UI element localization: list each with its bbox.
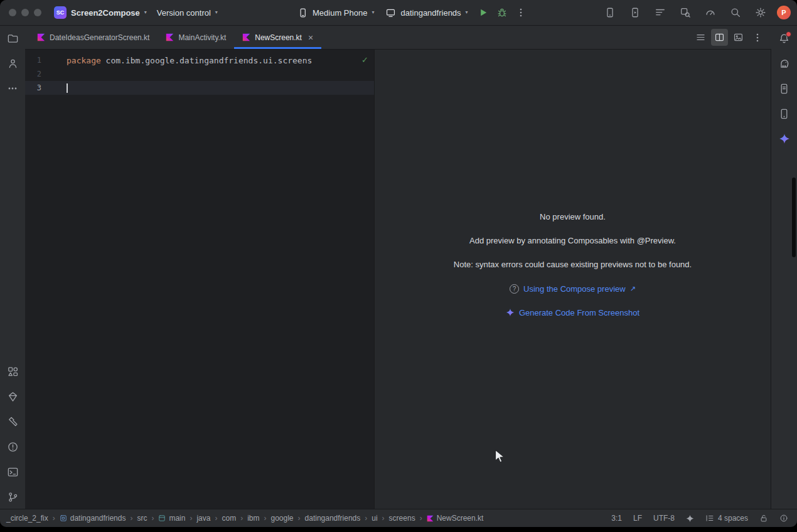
text-caret [67, 83, 68, 93]
project-name: Screen2Compose [71, 8, 140, 18]
code-line[interactable]: 1 package com.ibm.google.datingandfriend… [25, 53, 374, 67]
code-line[interactable]: 3 [25, 81, 374, 95]
structure-icon [7, 58, 19, 70]
window-controls [6, 9, 49, 16]
breadcrumb-item[interactable]: _circle_2_fix [6, 514, 48, 523]
emulator-button[interactable] [776, 105, 793, 122]
ai-sparkle-icon [686, 514, 694, 523]
play-icon [479, 8, 488, 17]
encoding-widget[interactable]: UTF-8 [653, 514, 675, 523]
breadcrumb-item[interactable]: ibm [247, 514, 259, 523]
left-tool-stripe [0, 26, 26, 509]
toolbar-right: P [601, 4, 791, 21]
chevron-right-icon: › [382, 514, 385, 523]
line-number: 1 [25, 56, 41, 65]
kotlin-file-icon [166, 33, 174, 41]
source-root-icon [158, 514, 166, 522]
ide-status-icon [779, 514, 788, 523]
breadcrumb-label: NewScreen.kt [437, 514, 484, 523]
breadcrumb-item[interactable]: com [222, 514, 236, 523]
terminal-button[interactable] [4, 463, 21, 481]
app-inspection-button[interactable] [677, 4, 694, 21]
readonly-toggle[interactable] [759, 514, 768, 523]
design-view-button[interactable] [730, 29, 747, 46]
breadcrumb-item[interactable]: ui [372, 514, 377, 523]
logcat-button[interactable] [651, 4, 669, 21]
code-editor[interactable]: 1 package com.ibm.google.datingandfriend… [25, 50, 374, 509]
device-selector[interactable]: Medium Phone ▾ [292, 3, 379, 22]
device-explorer-button[interactable] [776, 80, 793, 97]
gradle-button[interactable] [776, 55, 793, 72]
vcs-widget[interactable]: Version control ▾ [152, 3, 223, 22]
tab-dateideasgeneratorscreen[interactable]: DateIdeasGeneratorScreen.kt [29, 26, 158, 49]
debug-button[interactable] [493, 4, 511, 21]
version-control-button[interactable] [4, 488, 21, 506]
run-config-selector[interactable]: datingandfriends ▾ [380, 3, 473, 22]
ai-assistant-status[interactable] [686, 514, 694, 523]
resource-manager-button[interactable] [4, 363, 21, 380]
minimize-window-button[interactable] [21, 9, 29, 16]
breadcrumb-item[interactable]: screens [389, 514, 415, 523]
split-view-icon [714, 32, 725, 43]
caret-position-widget[interactable]: 3:1 [611, 514, 622, 523]
scrollbar-thumb[interactable] [792, 178, 796, 257]
device-manager-button[interactable] [601, 4, 619, 21]
compose-preview-doc-link[interactable]: ? Using the Compose preview ↗ [510, 284, 636, 294]
breadcrumb-item[interactable]: datingandfriends [60, 514, 126, 523]
chevron-right-icon: › [264, 514, 266, 523]
close-window-button[interactable] [9, 9, 16, 16]
breadcrumb-item[interactable]: java [196, 514, 210, 523]
chevron-right-icon: › [151, 514, 154, 523]
code-view-button[interactable] [692, 29, 709, 46]
search-everywhere-button[interactable] [727, 4, 744, 21]
chevron-down-icon: ▾ [144, 10, 147, 15]
editor-more-options-button[interactable] [749, 29, 766, 46]
split-view-button[interactable] [711, 29, 728, 46]
inspections-check-icon[interactable]: ✓ [361, 55, 368, 65]
terminal-icon [7, 466, 19, 478]
ide-window: SC Screen2Compose ▾ Version control ▾ Me… [0, 0, 797, 527]
user-avatar[interactable]: P [777, 6, 791, 19]
code-line[interactable]: 2 [25, 67, 374, 81]
gemini-button[interactable] [776, 130, 793, 147]
maximize-window-button[interactable] [34, 9, 41, 16]
generate-code-link[interactable]: Generate Code From Screenshot [506, 307, 639, 317]
tab-newscreen[interactable]: NewScreen.kt × [234, 26, 321, 49]
line-separator-widget[interactable]: LF [633, 514, 642, 523]
more-tool-windows-button[interactable] [4, 80, 21, 97]
tab-close-icon[interactable]: × [308, 33, 313, 42]
code-text: com.ibm.google.datingandfriends.ui.scree… [101, 56, 313, 65]
notification-badge [786, 31, 791, 37]
more-run-actions-button[interactable] [512, 4, 530, 21]
build-button[interactable] [4, 413, 21, 430]
breadcrumb-item[interactable]: google [270, 514, 293, 523]
left-stripe-bottom [4, 363, 21, 506]
notifications-button[interactable] [776, 29, 793, 47]
breadcrumb-item[interactable]: src [137, 514, 147, 523]
running-devices-button[interactable] [626, 4, 644, 21]
running-devices-icon [629, 7, 641, 18]
app-inspection-icon [680, 7, 691, 18]
chevron-down-icon: ▾ [466, 10, 468, 15]
breadcrumb-item[interactable]: datingandfriends [305, 514, 361, 523]
ide-messages-button[interactable] [779, 514, 788, 523]
structure-tool-button[interactable] [4, 55, 21, 72]
project-widget[interactable]: SC Screen2Compose ▾ [49, 3, 152, 22]
project-tool-button[interactable] [4, 29, 21, 47]
code-keyword: package [67, 56, 101, 65]
build-variants-button[interactable] [4, 388, 21, 405]
breadcrumb-item[interactable]: main [158, 514, 185, 523]
profiler-button[interactable] [702, 4, 719, 21]
run-button[interactable] [474, 4, 492, 21]
settings-button[interactable] [752, 4, 769, 21]
line-number: 2 [25, 70, 41, 78]
chevron-right-icon: › [298, 514, 301, 523]
chevron-right-icon: › [240, 514, 243, 523]
indent-widget[interactable]: 4 spaces [705, 514, 748, 523]
gradle-icon [778, 58, 790, 70]
breadcrumb-item[interactable]: NewScreen.kt [427, 514, 484, 523]
gemini-sparkle-icon [779, 133, 790, 144]
tab-mainactivity[interactable]: MainActivity.kt [158, 26, 234, 49]
problems-button[interactable] [4, 438, 21, 455]
logcat-icon [655, 7, 666, 18]
